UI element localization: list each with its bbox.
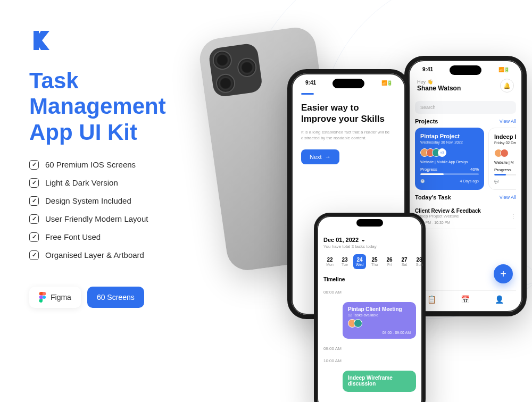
bell-icon: 🔔: [503, 82, 511, 89]
avatar-row: [494, 149, 516, 157]
progress-fill: [494, 174, 506, 175]
camera-lens-icon: [212, 49, 234, 71]
phone-mockups: 9:41 Easier way toImprove your Skills It…: [213, 16, 521, 388]
project-name: Indeep P: [494, 133, 516, 140]
check-icon: [29, 196, 39, 206]
arrow-right-icon: →: [325, 154, 331, 160]
project-cards: Pintap Project Wednesday 30 Nov, 2022 +3…: [415, 128, 516, 190]
screens-badge: 60 Screens: [87, 287, 144, 308]
progress-label: Progress: [494, 168, 511, 172]
more-icon[interactable]: ⋮: [511, 213, 516, 219]
event-subtitle: 12 Tasks available: [348, 313, 411, 317]
plus-icon: +: [500, 268, 506, 280]
notifications-button[interactable]: 🔔: [500, 79, 514, 93]
check-icon: [29, 232, 39, 242]
timeline-event[interactable]: Indeep Wireframe discussion: [343, 371, 416, 392]
feature-text: Organised Layer & Artboard: [45, 250, 144, 259]
dynamic-island: [450, 65, 481, 75]
timeline-event[interactable]: Pintap Client Meeting 12 Tasks available…: [343, 302, 416, 339]
feature-item: 60 Premium IOS Screens: [29, 160, 210, 170]
timeline-hour: 09:00 AM: [323, 346, 416, 351]
brand-logo: [29, 28, 55, 53]
timeline-subtitle: You have total 3 tasks today: [323, 244, 416, 249]
view-all-link[interactable]: View All: [500, 195, 516, 200]
timeline-hour: 08:00 AM: [323, 290, 416, 295]
greeting-text: Hey 👋: [417, 79, 461, 85]
section-title-tasks: Today's Task: [415, 194, 451, 200]
event-title: Indeep Wireframe discussion: [348, 375, 411, 387]
avatar-row: [348, 319, 411, 328]
progress-label: Progress: [420, 167, 437, 172]
check-icon: [29, 178, 39, 188]
nav-calendar-icon[interactable]: 📅: [461, 295, 470, 304]
status-icons: [498, 66, 509, 72]
avatar: [354, 319, 362, 328]
project-tag: Website | Mobile App Design: [420, 160, 479, 164]
svg-point-0: [43, 296, 46, 299]
feature-item: User Friendly Modern Layout: [29, 214, 210, 224]
project-name: Pintap Project: [420, 133, 479, 139]
task-subtitle: Indeep Project Website: [415, 214, 481, 219]
product-title: Task Management App UI Kit: [29, 68, 210, 145]
project-tag: Website | M: [494, 161, 516, 164]
nav-profile-icon[interactable]: 👤: [495, 295, 504, 304]
progress-fill: [420, 173, 444, 175]
next-button[interactable]: Next→: [301, 149, 339, 164]
clock-icon: 🕐: [420, 179, 425, 183]
project-card[interactable]: Indeep P Friday 02 Dec Website | M Progr…: [488, 128, 516, 190]
view-all-link[interactable]: View All: [500, 119, 516, 124]
camera-lens-icon: [236, 57, 258, 79]
camera-lens-icon: [215, 72, 237, 94]
camera-bump: [208, 43, 263, 98]
feature-item: Light & Dark Version: [29, 178, 210, 188]
calendar-day[interactable]: 22Mon: [323, 254, 336, 269]
timeline-label: Timeline: [323, 277, 416, 282]
add-button[interactable]: +: [494, 264, 513, 283]
check-icon: [29, 250, 39, 260]
avatar: [500, 149, 509, 157]
feature-item: Organised Layer & Artboard: [29, 250, 210, 260]
feature-text: 60 Premium IOS Screens: [45, 160, 136, 169]
status-time: 9:41: [422, 66, 433, 72]
status-time: 9:41: [305, 80, 316, 86]
avatar-more: +3: [438, 148, 446, 157]
timeline-screen: Dec 01, 2022⌄ You have total 3 tasks tod…: [314, 213, 426, 402]
feature-text: Light & Dark Version: [45, 178, 118, 187]
status-icons: [381, 80, 392, 86]
calendar-day[interactable]: 25Thu: [368, 254, 381, 269]
calendar-day[interactable]: 28Sun: [413, 254, 426, 269]
posted-time: 4 Days ago: [460, 179, 479, 183]
event-title: Pintap Client Meeting: [348, 306, 411, 312]
project-date: Wednesday 30 Nov, 2022: [420, 140, 479, 144]
calendar-day[interactable]: 27Sat: [398, 254, 411, 269]
timeline-hour: 10:00 AM: [323, 358, 416, 363]
task-item[interactable]: Client Review & Feedback Indeep Project …: [415, 204, 516, 229]
feature-text: Design System Included: [45, 196, 131, 205]
marketing-panel: Task Management App UI Kit 60 Premium IO…: [29, 28, 210, 308]
calendar-day-active[interactable]: 24Wed: [353, 254, 366, 269]
project-date: Friday 02 Dec: [494, 141, 516, 145]
section-title-projects: Projects: [415, 118, 438, 124]
feature-item: Design System Included: [29, 196, 210, 206]
check-icon: [29, 160, 39, 170]
calendar-day[interactable]: 26Fri: [383, 254, 396, 269]
nav-home-icon[interactable]: 📋: [427, 295, 436, 304]
avatar-row: +3: [420, 148, 479, 157]
feature-item: Free Font Used: [29, 232, 210, 242]
progress-bar: [420, 173, 479, 175]
feature-list: 60 Premium IOS Screens Light & Dark Vers…: [29, 160, 210, 260]
feature-text: Free Font Used: [45, 232, 101, 241]
feature-text: User Friendly Modern Layout: [45, 214, 148, 223]
date-picker[interactable]: Dec 01, 2022⌄: [323, 236, 416, 243]
onboarding-title: Easier way toImprove your Skills: [301, 102, 396, 125]
project-card[interactable]: Pintap Project Wednesday 30 Nov, 2022 +3…: [415, 128, 484, 190]
dynamic-island: [356, 219, 383, 227]
calendar-day[interactable]: 23Tue: [338, 254, 351, 269]
progress-bar: [494, 174, 516, 175]
onboarding-progress: [301, 93, 314, 95]
bottom-nav: 📋 📅 👤: [415, 290, 516, 308]
figma-label: Figma: [51, 293, 71, 302]
screens-label: 60 Screens: [97, 293, 135, 302]
figma-icon: [39, 292, 46, 303]
search-input[interactable]: Search: [415, 101, 516, 114]
